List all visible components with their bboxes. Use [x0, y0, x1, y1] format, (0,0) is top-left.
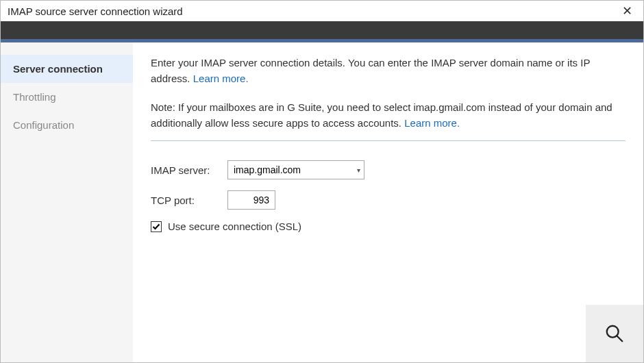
tcp-port-row: TCP port: — [151, 190, 626, 210]
sidebar-item-throttling[interactable]: Throttling — [1, 83, 133, 111]
tcp-port-input[interactable] — [227, 190, 275, 210]
ssl-label: Use secure connection (SSL) — [168, 221, 301, 232]
intro-paragraph: Enter your IMAP server connection detail… — [151, 55, 626, 87]
imap-server-input[interactable] — [227, 160, 364, 179]
ssl-row: Use secure connection (SSL) — [151, 221, 626, 232]
note-paragraph: Note: If your mailboxes are in G Suite, … — [151, 99, 626, 132]
sidebar-item-label: Throttling — [13, 91, 56, 103]
search-icon — [604, 323, 625, 344]
imap-server-row: IMAP server: ▾ — [151, 160, 626, 179]
sidebar-item-configuration[interactable]: Configuration — [1, 111, 133, 139]
body: Server connection Throttling Configurati… — [1, 42, 643, 362]
search-button[interactable] — [586, 305, 643, 362]
sidebar-item-label: Configuration — [13, 119, 74, 131]
sidebar: Server connection Throttling Configurati… — [1, 42, 133, 362]
close-button[interactable]: ✕ — [618, 3, 636, 18]
note-text: Note: If your mailboxes are in G Suite, … — [151, 101, 612, 129]
svg-line-1 — [617, 336, 623, 342]
tcp-port-label: TCP port: — [151, 195, 227, 206]
wizard-window: IMAP source server connection wizard ✕ S… — [0, 0, 644, 363]
checkmark-icon — [152, 223, 160, 231]
window-title: IMAP source server connection wizard — [8, 5, 183, 17]
ssl-checkbox[interactable] — [151, 221, 162, 232]
titlebar: IMAP source server connection wizard ✕ — [1, 1, 643, 21]
imap-server-label: IMAP server: — [151, 164, 227, 176]
intro-learn-more-link[interactable]: Learn more. — [193, 73, 249, 84]
imap-server-combobox[interactable]: ▾ — [227, 160, 364, 179]
sidebar-item-label: Server connection — [13, 63, 103, 75]
sidebar-item-server-connection[interactable]: Server connection — [1, 55, 133, 83]
note-learn-more-link[interactable]: Learn more. — [404, 117, 460, 129]
main-panel: Enter your IMAP server connection detail… — [133, 42, 643, 362]
section-divider — [151, 140, 626, 141]
header-band-dark — [1, 21, 643, 39]
